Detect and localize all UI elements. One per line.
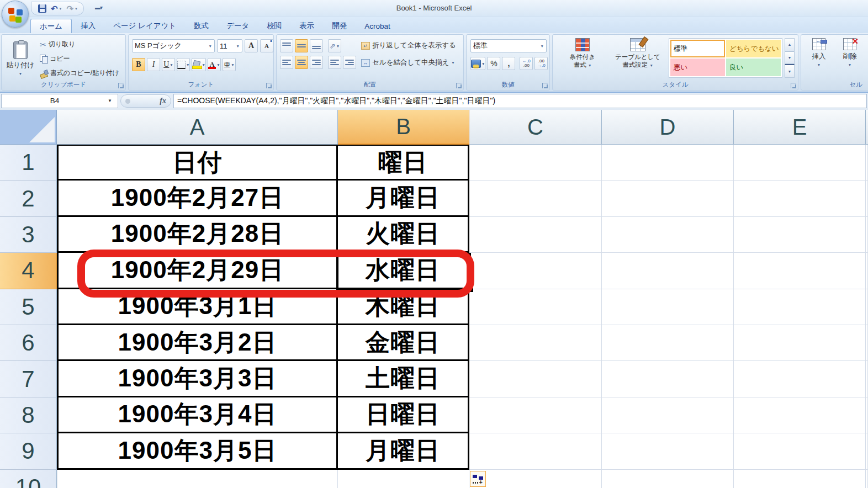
font-color-dropdown-icon[interactable]: ▼ [216,63,220,67]
styles-dialog-launcher[interactable] [791,83,796,88]
cell-b4-selected[interactable]: 水曜日 [338,253,469,289]
row-header-5[interactable]: 5 [0,289,57,325]
cell-a6[interactable]: 1900年3月2日 [57,325,338,361]
row-header-7[interactable]: 7 [0,361,57,397]
cell-b9[interactable]: 月曜日 [338,433,469,469]
row-header-9[interactable]: 9 [0,433,57,469]
delete-dropdown-icon[interactable]: ▼ [848,63,851,67]
row-header-2[interactable]: 2 [0,181,57,216]
cell-d1[interactable] [602,145,734,181]
cell-c9[interactable] [469,433,602,469]
insert-dropdown-icon[interactable]: ▼ [817,63,821,67]
comma-style-button[interactable]: , [502,57,515,70]
column-header-c[interactable]: C [469,110,602,145]
cell-d8[interactable] [602,397,734,433]
tab-data[interactable]: データ [218,19,258,33]
phonetic-dropdown-icon[interactable]: ▼ [231,63,234,67]
format-table-dropdown-icon[interactable]: ▼ [649,63,653,67]
row-header-10[interactable]: 10 [0,470,57,488]
cell-c1[interactable] [469,145,602,181]
cell-b1[interactable]: 曜日 [338,145,469,181]
cell-c6[interactable] [469,325,602,361]
column-header-d[interactable]: D [602,110,734,145]
tab-home[interactable]: ホーム [30,19,72,33]
cell-d5[interactable] [602,289,734,325]
cell-c8[interactable] [469,397,602,433]
phonetic-guide-button[interactable]: 亜▼ [223,58,236,71]
insert-cells-button[interactable]: 挿入 ▼ [805,38,833,67]
cell-e4[interactable] [734,253,866,289]
cell-c5[interactable] [469,289,602,325]
cell-c2[interactable] [469,181,602,216]
insert-function-button[interactable]: fx [120,94,171,108]
cell-d6[interactable] [602,325,734,361]
decrease-indent-button[interactable] [328,56,341,69]
cell-c4[interactable] [469,253,602,289]
fill-color-button[interactable]: ▼ [192,58,205,71]
redo-button[interactable]: ↷▼ [67,4,78,14]
cell-c3[interactable] [469,217,602,253]
currency-format-button[interactable]: ▼ [470,57,485,70]
tab-review[interactable]: 校閲 [258,19,290,33]
cell-a1[interactable]: 日付 [57,145,338,181]
cell-a10[interactable] [57,470,338,488]
tab-formulas[interactable]: 数式 [185,19,218,33]
tab-insert[interactable]: 挿入 [72,19,104,33]
font-name-combo[interactable]: MS Pゴシック ▼ [132,39,215,52]
cell-a3[interactable]: 1900年2月28日 [57,217,338,253]
clipboard-dialog-launcher[interactable] [118,83,124,88]
underline-button[interactable]: U▼ [162,58,175,71]
cell-d4[interactable] [602,253,734,289]
fill-handle[interactable] [469,288,474,293]
cell-b8[interactable]: 日曜日 [338,397,469,433]
cell-d2[interactable] [602,181,734,216]
number-dialog-launcher[interactable] [542,83,548,88]
increase-decimal-button[interactable]: ←.0.00 [520,57,533,70]
cell-a4[interactable]: 1900年2月29日 [57,253,338,289]
redo-dropdown-icon[interactable]: ▼ [75,7,78,10]
row-header-6[interactable]: 6 [0,325,57,361]
save-button[interactable] [38,4,46,13]
border-button[interactable]: ▼ [177,58,190,71]
row-header-1[interactable]: 1 [0,145,57,181]
cell-b6[interactable]: 金曜日 [338,325,469,361]
decrease-decimal-button[interactable]: .00→.0 [534,57,548,70]
gallery-more-button[interactable]: ▼ [785,64,795,78]
tab-acrobat[interactable]: Acrobat [356,19,399,33]
cell-e8[interactable] [734,397,866,433]
row-header-3[interactable]: 3 [0,217,57,253]
cell-b2[interactable]: 月曜日 [338,181,469,216]
border-dropdown-icon[interactable]: ▼ [186,63,189,67]
tab-developer[interactable]: 開発 [323,19,356,33]
copy-button[interactable]: コピー [38,54,121,64]
cell-a8[interactable]: 1900年3月4日 [57,397,338,433]
style-normal[interactable]: 標準 [670,40,725,57]
cell-e7[interactable] [734,361,866,397]
conditional-formatting-button[interactable]: 条件付き書式 ▼ [557,38,608,70]
merge-center-button[interactable]: ↔ セルを結合して中央揃え ▼ [359,57,458,68]
cell-e10[interactable] [734,470,866,488]
style-bad[interactable]: 悪い [670,59,725,76]
cell-e6[interactable] [734,325,866,361]
cell-a7[interactable]: 1900年3月3日 [57,361,338,397]
row-header-4[interactable]: 4 [0,253,57,289]
increase-font-button[interactable]: A▲ [245,39,258,52]
cell-d3[interactable] [602,217,734,253]
paste-button[interactable]: 貼り付け ▼ [5,38,36,79]
underline-dropdown-icon[interactable]: ▼ [170,63,173,67]
formula-input[interactable]: =CHOOSE(WEEKDAY(A4,2),"月曜日","火曜日","水曜日",… [173,94,867,108]
cell-b5[interactable]: 木曜日 [338,289,469,325]
cell-b10[interactable] [338,470,469,488]
name-box-dropdown-icon[interactable]: ▼ [108,98,118,103]
select-all-corner[interactable] [0,110,57,145]
currency-dropdown-icon[interactable]: ▼ [481,62,485,66]
align-center-button[interactable] [295,56,308,69]
delete-cells-button[interactable]: ✕ 削除 ▼ [835,38,864,67]
style-good[interactable]: 良い [726,59,781,76]
cell-a2[interactable]: 1900年2月27日 [57,181,338,216]
cell-e5[interactable] [734,289,866,325]
format-painter-button[interactable]: 書式のコピー/貼り付け [38,68,121,78]
orientation-dropdown-icon[interactable]: ▼ [336,44,340,48]
cell-a9[interactable]: 1900年3月5日 [57,433,338,469]
align-bottom-button[interactable] [310,39,323,52]
